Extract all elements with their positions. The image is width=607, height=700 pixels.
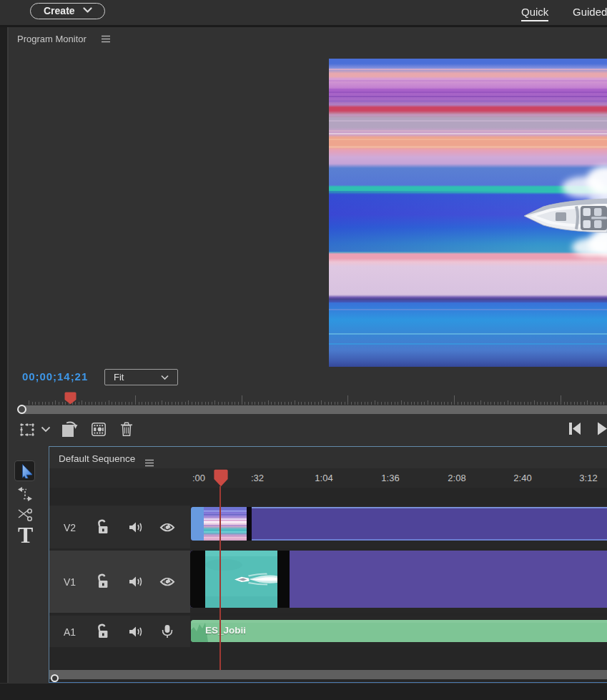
svg-text:V1: V1: [64, 576, 76, 588]
svg-text:V2: V2: [64, 522, 76, 533]
svg-text:A1: A1: [64, 626, 76, 638]
